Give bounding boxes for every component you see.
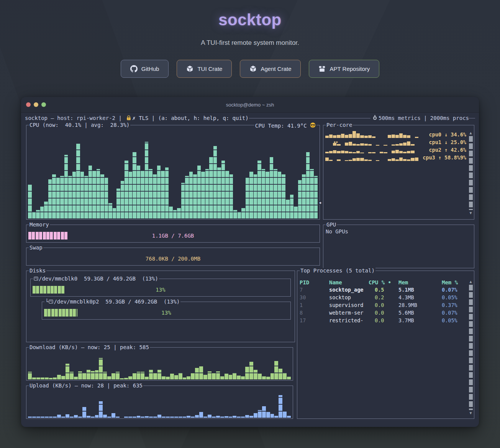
chart-bar [216,416,220,418]
process-column-header[interactable]: Mem [398,280,442,285]
core-usage-label: cpu3 ↑ 58.8%9% [423,155,466,161]
sparkline-bar [392,151,395,153]
link-button-github[interactable]: GitHub [121,60,169,78]
chart-bar [32,212,36,218]
chart-bar [201,172,205,218]
chart-bar [120,378,124,379]
chart-bar [229,417,233,418]
process-column-header[interactable]: PID [300,280,329,285]
chart-bar [274,361,278,379]
process-row[interactable]: 1supervisord0.028.9MB0.37% [297,302,468,309]
chart-bar [153,417,157,418]
cpu-temp: CPU Temp: 41.9°C [254,122,316,129]
core-sparkline [325,147,426,153]
sparkline-bar [411,151,414,153]
link-button-apt-repository[interactable]: APT Repository [309,60,379,78]
sparkline-bar [356,158,360,161]
chart-bar [170,374,174,379]
chart-bar [133,373,136,380]
chart-bar [70,417,74,418]
terminal-window: socktop@demo ~ zsh socktop — host: rpi-w… [21,97,479,427]
link-button-tui-crate[interactable]: TUI Crate [177,60,232,78]
sparkline-bar [395,150,399,153]
process-column-header[interactable]: Mem % [442,280,468,285]
process-cell: 0.5 [369,287,398,293]
chart-bar [74,377,78,379]
sparkline-bar [384,152,387,153]
chart-bar [137,372,141,379]
sparkline-bar [411,158,414,161]
host-info: socktop — host: rpi-worker-2 | [25,115,125,121]
process-column-header[interactable]: CPU % • [369,280,398,285]
tui-screen: socktop — host: rpi-worker-2 | ✗ TLS | (… [21,113,479,427]
sparkline-bar [356,144,360,146]
chart-bar [199,366,203,379]
chart-bar [266,377,270,379]
chart-bar [225,374,228,379]
sparkline-bar [372,152,375,153]
chart-bar [141,417,144,418]
sparkline-bar [403,159,407,161]
chart-bar [111,373,115,380]
page-title: socktop [0,11,500,29]
chart-bar [290,195,294,218]
sparkline-bar [392,135,395,138]
process-cell: 7 [300,287,329,293]
sparkline-bar [337,144,340,146]
chart-bar [28,417,32,418]
sparkline-bar [415,158,418,161]
chart-bar [137,166,141,218]
process-row[interactable]: 8webterm-ser0.05.6MB0.07% [297,309,468,317]
sparkline-bar [325,136,329,138]
process-row[interactable]: 30socktop0.24.3MB0.05% [297,294,468,302]
gpu-panel-title: GPU [326,222,337,227]
sparkline-bar [395,159,399,161]
chart-bar [157,415,161,418]
chart-bar [116,372,120,379]
link-button-agent-crate[interactable]: Agent Crate [240,60,301,78]
process-cell: 30 [300,295,329,300]
sparkline-bar [376,145,379,146]
hero-section: socktop A TUI-first remote system monito… [0,0,500,78]
sparkline-bar [392,144,395,146]
chart-bar [95,415,99,418]
sparkline-bar [341,151,344,153]
chart-bar [254,370,257,379]
sparkline-bar [349,152,352,153]
chart-bar [28,184,32,218]
processes-panel: Top Processes (5 total) PIDNameCPU % •Me… [297,271,474,419]
chart-bar [249,362,253,379]
process-cell: 0.0 [369,310,398,316]
sparkline-bar [388,159,391,161]
sparkline-bar [368,135,372,138]
sparkline-bar [356,133,360,138]
process-cell: 5.1MB [398,287,442,293]
chart-bar [124,417,128,418]
chart-bar [145,377,149,379]
chart-bar [306,152,310,218]
process-cell: supervisord [329,303,369,308]
process-table-header: PIDNameCPU % •MemMem % [297,279,468,286]
chart-bar [249,416,253,418]
sparkline-bar [360,135,364,138]
process-row[interactable]: 7socktop_age0.55.1MB0.07% [297,286,468,294]
chart-bar [84,176,88,218]
sparkline-bar [349,160,352,161]
tree-connector: └ [45,299,48,304]
process-row[interactable]: 17restricted-0.03.7MB0.05% [297,317,468,325]
chart-bar [287,377,291,379]
chart-bar [103,372,107,379]
sparkline-bar [345,143,348,146]
process-cell: 0.05% [442,318,468,323]
chart-bar [149,370,153,379]
sparkline-bar [329,135,333,138]
chart-bar [99,358,103,379]
tls-status: ✗ TLS | (a: about, h: help, q: quit) [132,115,248,121]
process-column-header[interactable]: Name [329,280,369,285]
chart-bar [237,376,241,379]
chart-bar [78,417,82,418]
chart-bar [53,417,57,418]
chart-bar [257,161,261,218]
chart-bar [80,172,84,218]
status-endcap-line [469,118,475,118]
